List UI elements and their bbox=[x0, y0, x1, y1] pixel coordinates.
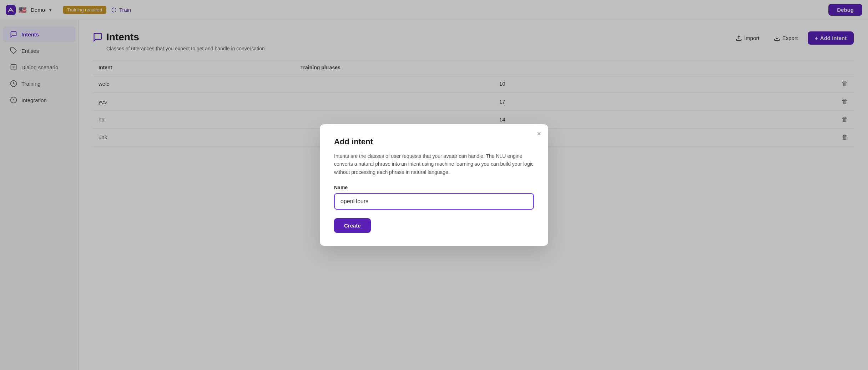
modal-name-label: Name bbox=[334, 185, 534, 190]
modal-description: Intents are the classes of user requests… bbox=[334, 152, 534, 176]
modal-close-button[interactable]: × bbox=[537, 130, 541, 137]
intent-name-input[interactable] bbox=[334, 193, 534, 210]
create-intent-button[interactable]: Create bbox=[334, 218, 371, 233]
modal-title: Add intent bbox=[334, 137, 534, 146]
add-intent-modal: × Add intent Intents are the classes of … bbox=[320, 124, 548, 246]
modal-overlay[interactable]: × Add intent Intents are the classes of … bbox=[0, 0, 868, 370]
